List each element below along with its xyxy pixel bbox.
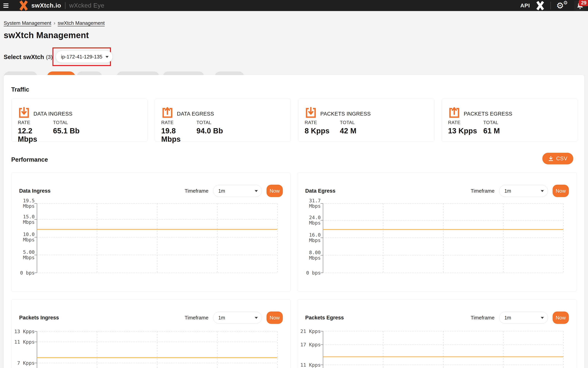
timeframe-select-data-egress[interactable]: 1m <box>499 185 548 197</box>
chart-title: Data Ingress <box>19 188 51 194</box>
swxtch-select[interactable]: ip-172-41-129-135 <box>56 51 113 63</box>
traffic-card-packets-ingress: PACKETS INGRESS RATE 8 Kpps TOTAL 42 M <box>298 99 434 142</box>
packets-egress-icon <box>448 107 461 120</box>
y-tick-label: 10.0Mbps <box>23 231 35 243</box>
swxtch-x-icon <box>18 0 29 11</box>
now-button-packets-egress[interactable]: Now <box>552 312 569 324</box>
chart-card-data-ingress: 19.5Mbps15.0Mbps10.0Mbps5.00Mbps0 bps Da… <box>11 173 291 292</box>
brand-logo[interactable]: swXtch.io wXcked Eye <box>18 0 104 11</box>
page-title: swXtch Management <box>4 30 588 40</box>
chart-card-packets-ingress: 13 Kpps11 Kpps7 Kpps Packets Ingress Tim… <box>11 299 291 368</box>
y-tick-label: 31.7Mbps <box>309 198 321 209</box>
y-tick-label: 19.5Mbps <box>23 198 35 209</box>
total-label: TOTAL <box>197 120 223 125</box>
traffic-card-title: PACKETS EGRESS <box>464 111 512 117</box>
traffic-card-title: PACKETS INGRESS <box>320 111 371 117</box>
y-tick-label: 17 Kpps <box>300 342 321 348</box>
breadcrumb-separator: › <box>54 20 55 26</box>
rate-label: RATE <box>305 120 340 125</box>
y-tick-label: 11 Kpps <box>300 362 321 368</box>
breadcrumb-system-management[interactable]: System Management <box>4 20 51 26</box>
select-swxtch-count: (3) <box>46 54 53 60</box>
csv-export-button[interactable]: CSV <box>542 153 573 164</box>
select-swxtch-row: Select swXtch (3) ip-172-41-129-135 <box>4 48 588 66</box>
total-value: 61 M <box>483 127 500 135</box>
traffic-card-packets-egress: PACKETS EGRESS RATE 13 Kpps TOTAL 61 M <box>442 99 578 142</box>
rate-label: RATE <box>18 120 53 125</box>
timeframe-value: 1m <box>218 188 225 194</box>
total-value: 94.0 Bb <box>197 127 223 135</box>
y-tick-label: 15.0Mbps <box>23 214 35 225</box>
breadcrumb: System Management › swXtch Management <box>4 20 588 26</box>
notifications-button[interactable]: 29 <box>574 0 586 11</box>
caret-down-icon <box>541 190 544 192</box>
arrow-up-tray-icon <box>448 107 461 119</box>
data-ingress-icon <box>18 107 30 120</box>
select-swxtch-label: Select swXtch <box>4 54 44 61</box>
y-tick-label: 11 Kpps <box>14 339 35 345</box>
traffic-card-data-ingress: DATA INGRESS RATE 12.2 Mbps TOTAL 65.1 B… <box>11 99 147 142</box>
timeframe-value: 1m <box>504 188 511 194</box>
rate-label: RATE <box>448 120 483 125</box>
rate-value: 8 Kpps <box>305 127 340 135</box>
brand-name: swXtch.io <box>31 2 61 9</box>
timeframe-label: Timeframe <box>185 188 208 194</box>
now-button-data-ingress[interactable]: Now <box>267 185 283 197</box>
gear-icon: ⚙⚙ <box>556 1 569 10</box>
total-value: 65.1 Bb <box>53 127 80 135</box>
product-name: wXcked Eye <box>69 2 104 9</box>
arrow-up-tray-icon <box>161 107 174 119</box>
packets-ingress-icon <box>305 107 317 120</box>
timeframe-select-packets-egress[interactable]: 1m <box>499 312 548 324</box>
caret-down-icon <box>255 190 258 192</box>
download-icon <box>548 156 553 161</box>
timeframe-label: Timeframe <box>185 315 208 321</box>
chart-card-data-egress: 31.7Mbps24.0Mbps16.0Mbps8.00Mbps0 bps Da… <box>297 173 577 292</box>
total-value: 42 M <box>340 127 356 135</box>
timeframe-label: Timeframe <box>471 315 495 321</box>
rate-value: 13 Kpps <box>448 127 483 135</box>
traffic-card-title: DATA EGRESS <box>177 111 214 117</box>
rate-value: 19.8 Mbps <box>161 127 197 143</box>
swxtch-select-value: ip-172-41-129-135 <box>61 54 102 60</box>
notification-badge: 29 <box>579 0 588 6</box>
timeframe-value: 1m <box>218 315 225 321</box>
traffic-cards-row: DATA INGRESS RATE 12.2 Mbps TOTAL 65.1 B… <box>11 99 578 142</box>
chart-title: Data Egress <box>305 188 335 194</box>
rate-value: 12.2 Mbps <box>18 127 53 143</box>
traffic-card-title: DATA INGRESS <box>34 111 72 117</box>
swxtch-shortcut-icon[interactable] <box>535 0 545 11</box>
total-label: TOTAL <box>483 120 500 125</box>
traffic-card-data-egress: DATA EGRESS RATE 19.8 Mbps TOTAL 94.0 Bb <box>155 99 291 142</box>
total-label: TOTAL <box>340 120 356 125</box>
chart-canvas: 21 Kpps17 Kpps11 Kpps <box>298 299 577 368</box>
y-tick-label: 0 bps <box>306 270 321 276</box>
y-tick-label: 5.00Mbps <box>23 249 35 260</box>
timeframe-select-packets-ingress[interactable]: 1m <box>213 312 262 324</box>
now-button-packets-ingress[interactable]: Now <box>267 312 283 324</box>
timeframe-value: 1m <box>504 315 511 321</box>
performance-charts: 19.5Mbps15.0Mbps10.0Mbps5.00Mbps0 bps Da… <box>11 173 577 368</box>
caret-down-icon <box>541 317 544 319</box>
breadcrumb-swxtch-management[interactable]: swXtch Management <box>58 20 105 26</box>
api-link[interactable]: API <box>520 2 530 9</box>
menu-hamburger-icon[interactable] <box>0 0 12 11</box>
timeframe-select-data-ingress[interactable]: 1m <box>213 185 262 197</box>
chart-title: Packets Ingress <box>19 315 59 321</box>
caret-down-icon <box>255 317 258 319</box>
performance-heading: Performance <box>11 156 48 163</box>
settings-button[interactable]: ⚙⚙ <box>556 1 569 10</box>
brand-divider <box>65 2 65 9</box>
caret-down-icon <box>106 56 109 58</box>
total-label: TOTAL <box>53 120 80 125</box>
data-egress-icon <box>161 107 174 120</box>
now-button-data-egress[interactable]: Now <box>552 185 569 197</box>
chart-canvas: 13 Kpps11 Kpps7 Kpps <box>11 299 291 368</box>
y-tick-label: 13 Kpps <box>14 329 35 334</box>
timeframe-label: Timeframe <box>471 188 495 194</box>
arrow-down-tray-icon <box>18 107 30 119</box>
chart-card-packets-egress: 21 Kpps17 Kpps11 Kpps Packets Egress Tim… <box>297 299 577 368</box>
metrics-panel: Traffic DATA INGRESS RATE 12.2 Mbps TOTA… <box>4 75 584 368</box>
y-tick-label: 16.0Mbps <box>309 232 321 243</box>
y-tick-label: 24.0Mbps <box>309 215 321 226</box>
